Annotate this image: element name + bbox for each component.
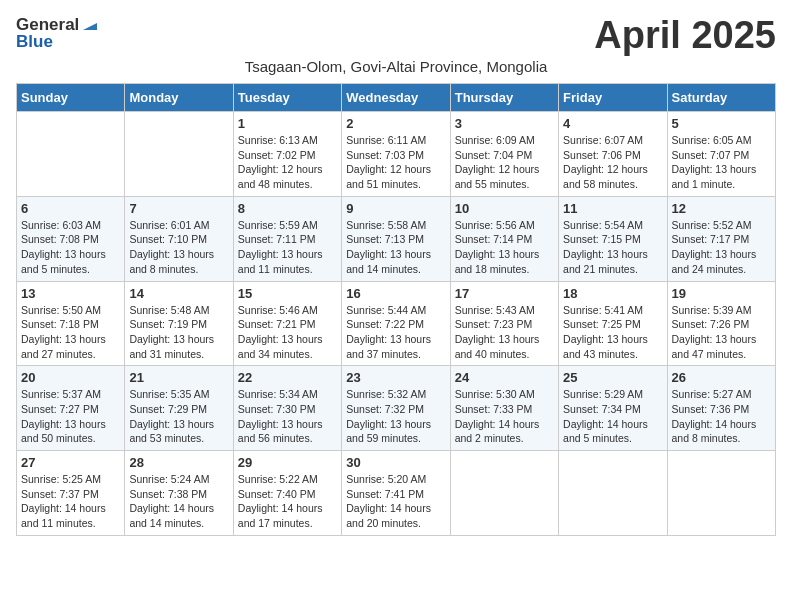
weekday-header-wednesday: Wednesday (342, 84, 450, 112)
day-number: 1 (238, 116, 337, 131)
day-info: Sunrise: 5:44 AMSunset: 7:22 PMDaylight:… (346, 303, 445, 362)
day-number: 9 (346, 201, 445, 216)
calendar-cell: 8Sunrise: 5:59 AMSunset: 7:11 PMDaylight… (233, 196, 341, 281)
calendar-cell: 28Sunrise: 5:24 AMSunset: 7:38 PMDayligh… (125, 451, 233, 536)
weekday-header-sunday: Sunday (17, 84, 125, 112)
day-number: 27 (21, 455, 120, 470)
day-number: 28 (129, 455, 228, 470)
calendar-cell: 21Sunrise: 5:35 AMSunset: 7:29 PMDayligh… (125, 366, 233, 451)
month-title-main: April 2025 (594, 16, 776, 54)
day-number: 19 (672, 286, 771, 301)
day-info: Sunrise: 5:50 AMSunset: 7:18 PMDaylight:… (21, 303, 120, 362)
day-number: 4 (563, 116, 662, 131)
day-info: Sunrise: 5:27 AMSunset: 7:36 PMDaylight:… (672, 387, 771, 446)
calendar-cell: 24Sunrise: 5:30 AMSunset: 7:33 PMDayligh… (450, 366, 558, 451)
calendar-cell: 13Sunrise: 5:50 AMSunset: 7:18 PMDayligh… (17, 281, 125, 366)
calendar-cell: 16Sunrise: 5:44 AMSunset: 7:22 PMDayligh… (342, 281, 450, 366)
logo-blue-text: Blue (16, 33, 99, 52)
calendar-cell: 1Sunrise: 6:13 AMSunset: 7:02 PMDaylight… (233, 112, 341, 197)
calendar-cell: 18Sunrise: 5:41 AMSunset: 7:25 PMDayligh… (559, 281, 667, 366)
calendar-cell: 2Sunrise: 6:11 AMSunset: 7:03 PMDaylight… (342, 112, 450, 197)
day-info: Sunrise: 6:05 AMSunset: 7:07 PMDaylight:… (672, 133, 771, 192)
day-number: 17 (455, 286, 554, 301)
day-number: 24 (455, 370, 554, 385)
calendar-cell: 7Sunrise: 6:01 AMSunset: 7:10 PMDaylight… (125, 196, 233, 281)
day-info: Sunrise: 5:24 AMSunset: 7:38 PMDaylight:… (129, 472, 228, 531)
day-number: 16 (346, 286, 445, 301)
day-info: Sunrise: 5:43 AMSunset: 7:23 PMDaylight:… (455, 303, 554, 362)
day-info: Sunrise: 5:25 AMSunset: 7:37 PMDaylight:… (21, 472, 120, 531)
day-number: 8 (238, 201, 337, 216)
day-info: Sunrise: 5:39 AMSunset: 7:26 PMDaylight:… (672, 303, 771, 362)
day-number: 22 (238, 370, 337, 385)
day-info: Sunrise: 5:52 AMSunset: 7:17 PMDaylight:… (672, 218, 771, 277)
calendar-cell: 22Sunrise: 5:34 AMSunset: 7:30 PMDayligh… (233, 366, 341, 451)
day-info: Sunrise: 5:35 AMSunset: 7:29 PMDaylight:… (129, 387, 228, 446)
subtitle: Tsagaan-Olom, Govi-Altai Province, Mongo… (16, 58, 776, 75)
day-number: 5 (672, 116, 771, 131)
day-number: 20 (21, 370, 120, 385)
day-number: 3 (455, 116, 554, 131)
day-info: Sunrise: 5:46 AMSunset: 7:21 PMDaylight:… (238, 303, 337, 362)
calendar-cell (125, 112, 233, 197)
day-info: Sunrise: 5:34 AMSunset: 7:30 PMDaylight:… (238, 387, 337, 446)
day-number: 2 (346, 116, 445, 131)
weekday-header-thursday: Thursday (450, 84, 558, 112)
day-number: 26 (672, 370, 771, 385)
day-info: Sunrise: 6:13 AMSunset: 7:02 PMDaylight:… (238, 133, 337, 192)
day-info: Sunrise: 5:22 AMSunset: 7:40 PMDaylight:… (238, 472, 337, 531)
calendar-cell: 29Sunrise: 5:22 AMSunset: 7:40 PMDayligh… (233, 451, 341, 536)
calendar-cell (667, 451, 775, 536)
calendar-week-row: 1Sunrise: 6:13 AMSunset: 7:02 PMDaylight… (17, 112, 776, 197)
calendar-week-row: 27Sunrise: 5:25 AMSunset: 7:37 PMDayligh… (17, 451, 776, 536)
calendar-cell: 27Sunrise: 5:25 AMSunset: 7:37 PMDayligh… (17, 451, 125, 536)
calendar-cell: 14Sunrise: 5:48 AMSunset: 7:19 PMDayligh… (125, 281, 233, 366)
calendar-week-row: 20Sunrise: 5:37 AMSunset: 7:27 PMDayligh… (17, 366, 776, 451)
calendar-header-row: SundayMondayTuesdayWednesdayThursdayFrid… (17, 84, 776, 112)
calendar-cell: 9Sunrise: 5:58 AMSunset: 7:13 PMDaylight… (342, 196, 450, 281)
calendar-cell: 20Sunrise: 5:37 AMSunset: 7:27 PMDayligh… (17, 366, 125, 451)
logo-arrow-icon (81, 16, 99, 34)
weekday-header-friday: Friday (559, 84, 667, 112)
svg-marker-3 (83, 23, 97, 30)
weekday-header-tuesday: Tuesday (233, 84, 341, 112)
day-number: 12 (672, 201, 771, 216)
calendar-cell: 3Sunrise: 6:09 AMSunset: 7:04 PMDaylight… (450, 112, 558, 197)
day-info: Sunrise: 5:54 AMSunset: 7:15 PMDaylight:… (563, 218, 662, 277)
weekday-header-monday: Monday (125, 84, 233, 112)
calendar-cell: 23Sunrise: 5:32 AMSunset: 7:32 PMDayligh… (342, 366, 450, 451)
day-info: Sunrise: 5:30 AMSunset: 7:33 PMDaylight:… (455, 387, 554, 446)
day-info: Sunrise: 5:59 AMSunset: 7:11 PMDaylight:… (238, 218, 337, 277)
calendar-cell (17, 112, 125, 197)
day-number: 25 (563, 370, 662, 385)
day-info: Sunrise: 6:01 AMSunset: 7:10 PMDaylight:… (129, 218, 228, 277)
day-number: 18 (563, 286, 662, 301)
day-number: 10 (455, 201, 554, 216)
logo-container: General Blue (16, 16, 99, 51)
calendar-cell (450, 451, 558, 536)
calendar-cell: 6Sunrise: 6:03 AMSunset: 7:08 PMDaylight… (17, 196, 125, 281)
day-number: 13 (21, 286, 120, 301)
calendar-cell: 11Sunrise: 5:54 AMSunset: 7:15 PMDayligh… (559, 196, 667, 281)
calendar-cell: 19Sunrise: 5:39 AMSunset: 7:26 PMDayligh… (667, 281, 775, 366)
day-info: Sunrise: 5:37 AMSunset: 7:27 PMDaylight:… (21, 387, 120, 446)
day-info: Sunrise: 6:03 AMSunset: 7:08 PMDaylight:… (21, 218, 120, 277)
day-number: 11 (563, 201, 662, 216)
day-info: Sunrise: 5:32 AMSunset: 7:32 PMDaylight:… (346, 387, 445, 446)
day-info: Sunrise: 5:56 AMSunset: 7:14 PMDaylight:… (455, 218, 554, 277)
calendar-cell: 15Sunrise: 5:46 AMSunset: 7:21 PMDayligh… (233, 281, 341, 366)
day-info: Sunrise: 5:58 AMSunset: 7:13 PMDaylight:… (346, 218, 445, 277)
day-number: 23 (346, 370, 445, 385)
weekday-header-saturday: Saturday (667, 84, 775, 112)
calendar-table: SundayMondayTuesdayWednesdayThursdayFrid… (16, 83, 776, 536)
day-number: 15 (238, 286, 337, 301)
calendar-cell: 17Sunrise: 5:43 AMSunset: 7:23 PMDayligh… (450, 281, 558, 366)
day-number: 7 (129, 201, 228, 216)
calendar-cell: 10Sunrise: 5:56 AMSunset: 7:14 PMDayligh… (450, 196, 558, 281)
day-number: 21 (129, 370, 228, 385)
calendar-cell: 25Sunrise: 5:29 AMSunset: 7:34 PMDayligh… (559, 366, 667, 451)
day-number: 6 (21, 201, 120, 216)
calendar-week-row: 6Sunrise: 6:03 AMSunset: 7:08 PMDaylight… (17, 196, 776, 281)
day-info: Sunrise: 5:20 AMSunset: 7:41 PMDaylight:… (346, 472, 445, 531)
calendar-cell: 26Sunrise: 5:27 AMSunset: 7:36 PMDayligh… (667, 366, 775, 451)
